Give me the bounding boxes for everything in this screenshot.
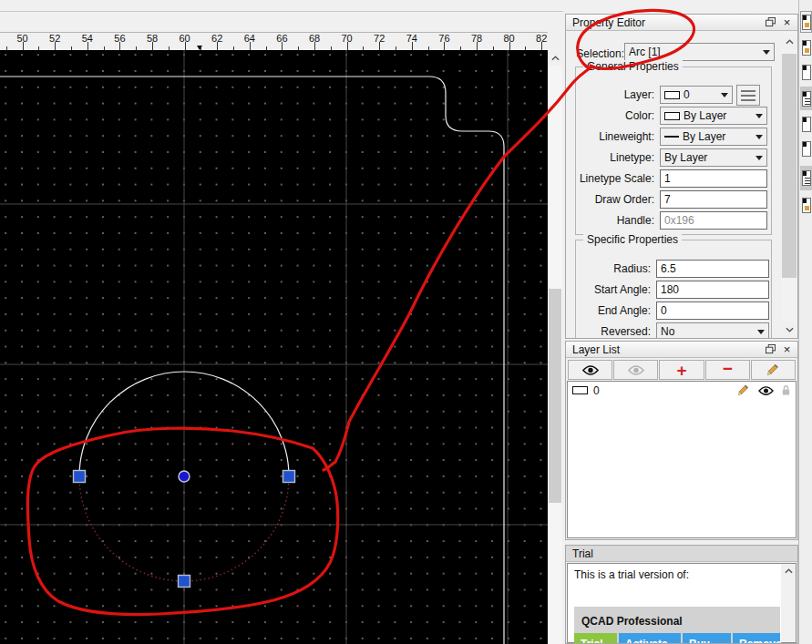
activate-button[interactable]: Activate <box>619 633 681 644</box>
scroll-up-button[interactable] <box>548 50 562 66</box>
radius-input[interactable] <box>656 260 769 278</box>
property-editor-title: Property Editor <box>572 16 761 29</box>
linetype-combobox[interactable]: By Layer <box>660 148 767 167</box>
float-panel-icon[interactable] <box>764 343 777 356</box>
layer-list-toolbar: + − <box>567 359 797 381</box>
minus-icon: − <box>723 360 733 377</box>
remove-layer-button[interactable]: − <box>705 360 750 380</box>
close-panel-icon[interactable]: × <box>780 343 794 356</box>
toolbar-separator <box>0 11 563 12</box>
polyline-entity[interactable] <box>0 77 504 644</box>
ruler-label: 60 <box>179 33 190 44</box>
lineweight-combobox[interactable]: By Layer <box>660 128 767 146</box>
start-angle-label: Start Angle: <box>576 283 651 296</box>
layer-list[interactable]: 0 <box>567 381 797 538</box>
trial-titlebar[interactable]: Trial <box>566 546 797 562</box>
dock-panel-icon[interactable] <box>800 62 812 83</box>
ruler-label: 66 <box>276 33 287 44</box>
drawing-canvas[interactable] <box>0 50 548 644</box>
chevron-up-icon <box>551 56 560 61</box>
dock-panel-icon[interactable] <box>800 114 812 135</box>
arc-start-handle[interactable] <box>74 471 86 483</box>
linetype-scale-row: Linetype Scale: <box>576 169 771 189</box>
selection-label: Selection: <box>571 47 624 60</box>
layer-list-panel: Layer List × + − <box>565 341 798 540</box>
ruler-label: 76 <box>438 33 449 44</box>
float-panel-icon[interactable] <box>764 16 777 29</box>
trial-title: Trial <box>572 547 794 560</box>
add-layer-button[interactable]: + <box>659 360 704 380</box>
ruler-label: 72 <box>374 33 385 44</box>
start-angle-input[interactable] <box>656 281 769 299</box>
end-angle-row: End Angle: <box>576 301 771 321</box>
chevron-down-icon <box>755 135 763 139</box>
hide-all-layers-button[interactable] <box>613 360 658 380</box>
arc-center-handle[interactable] <box>179 471 190 482</box>
ruler-label: 78 <box>471 33 482 44</box>
dock-panel-icon[interactable] <box>800 11 812 33</box>
property-editor-panel: Property Editor × Selection: Arc [1] Gen… <box>565 14 798 339</box>
property-editor-scrollbar[interactable] <box>781 32 797 339</box>
trial-button[interactable]: Trial <box>574 633 617 644</box>
radius-row: Radius: <box>576 259 771 279</box>
ruler-label: 70 <box>341 33 352 44</box>
edit-layer-button[interactable] <box>751 360 796 380</box>
color-combobox[interactable]: By Layer <box>660 107 767 125</box>
arc-end-handle[interactable] <box>283 471 295 483</box>
handle-input <box>660 211 767 230</box>
property-editor-titlebar[interactable]: Property Editor × <box>566 15 797 31</box>
buy-button[interactable]: Buy <box>683 633 731 644</box>
ruler-label: 82 <box>536 33 547 44</box>
dock-panel-icon-layer-list[interactable] <box>800 166 812 190</box>
dock-panel-icon-property-editor[interactable] <box>800 87 812 110</box>
chevron-down-icon <box>755 114 763 118</box>
grid-major-lines <box>0 50 548 644</box>
reversed-combobox[interactable]: No <box>656 322 769 339</box>
trial-product-name: QCAD Professional <box>581 615 683 628</box>
scroll-down-button[interactable] <box>781 322 797 337</box>
handle-label: Handle: <box>576 214 654 227</box>
layer-list-titlebar[interactable]: Layer List × <box>566 342 797 358</box>
draw-order-label: Draw Order: <box>576 193 654 206</box>
dock-panel-icon[interactable] <box>800 194 812 216</box>
show-all-layers-button[interactable] <box>568 360 612 380</box>
eye-icon[interactable] <box>758 386 774 395</box>
remove-button[interactable]: Remove <box>733 633 780 644</box>
canvas-vertical-scrollbar[interactable] <box>548 50 562 644</box>
lineweight-label: Lineweight: <box>576 130 654 143</box>
selection-combobox[interactable]: Arc [1] <box>624 43 775 61</box>
linetype-scale-input[interactable] <box>660 169 767 188</box>
handle-row: Handle: <box>576 210 771 230</box>
trial-scrollbar[interactable] <box>781 564 796 642</box>
lineweight-row: Lineweight: By Layer <box>576 127 771 147</box>
ruler-label: 58 <box>147 33 158 44</box>
reversed-row: Reversed: No <box>576 322 771 339</box>
scrollbar-thumb[interactable] <box>782 54 797 278</box>
scrollbar-thumb[interactable] <box>549 289 561 503</box>
end-angle-input[interactable] <box>656 302 769 320</box>
close-panel-icon[interactable]: × <box>780 16 794 29</box>
scroll-up-button[interactable] <box>781 34 797 49</box>
scroll-up-button[interactable] <box>781 564 796 578</box>
pencil-icon[interactable] <box>737 384 750 397</box>
radius-label: Radius: <box>576 262 651 275</box>
ruler-label: 74 <box>406 33 417 44</box>
arc-middle-handle[interactable] <box>179 576 190 588</box>
draw-order-input[interactable] <box>660 190 767 209</box>
pencil-icon <box>766 363 780 377</box>
general-properties-group: General Properties Layer: 0 Color: By La… <box>575 66 772 235</box>
lock-icon[interactable] <box>781 384 791 396</box>
plus-icon: + <box>676 362 686 379</box>
ruler-label: 56 <box>114 33 125 44</box>
linetype-scale-label: Linetype Scale: <box>576 172 654 185</box>
layer-row[interactable]: 0 <box>568 382 796 398</box>
dock-panel-icon[interactable] <box>800 37 812 58</box>
color-label: Color: <box>576 109 654 122</box>
trial-content: This is a trial version of: QCAD Profess… <box>567 563 797 643</box>
dock-panel-icon[interactable] <box>800 138 812 160</box>
trial-product-box: QCAD Professional Trial Activate Buy Rem… <box>574 607 780 644</box>
ruler-label: 64 <box>244 33 255 44</box>
layer-combobox[interactable]: 0 <box>660 86 733 104</box>
layer-menu-button[interactable] <box>736 85 760 106</box>
eye-icon <box>582 365 599 375</box>
